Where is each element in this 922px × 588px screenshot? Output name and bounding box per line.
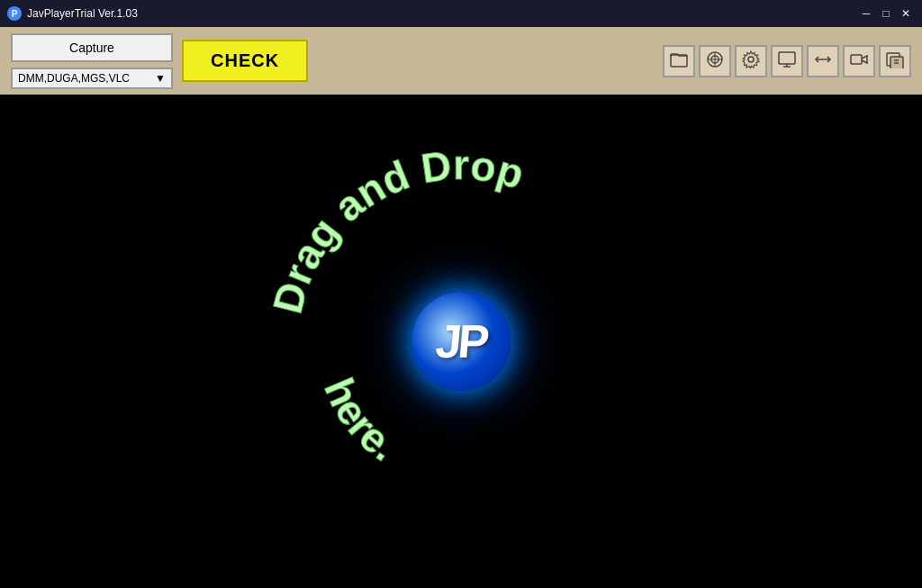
folder-icon <box>670 50 688 72</box>
monitor-button[interactable] <box>771 45 803 77</box>
svg-rect-0 <box>671 55 687 67</box>
svg-point-5 <box>748 57 754 62</box>
gear-icon <box>742 50 760 72</box>
arrows-icon <box>814 50 832 72</box>
svg-rect-10 <box>851 55 862 64</box>
close-button[interactable]: ✕ <box>897 5 915 23</box>
drag-drop-zone[interactable]: Drag and Drop here. JP <box>245 125 677 557</box>
svg-rect-6 <box>779 52 795 64</box>
gamepad-button[interactable] <box>699 45 731 77</box>
arrows-button[interactable] <box>807 45 839 77</box>
title-bar: P JavPlayerTrial Ver.1.03 ─ □ ✕ <box>0 0 922 27</box>
maximize-button[interactable]: □ <box>877 5 895 23</box>
svg-text:here.: here. <box>315 371 405 470</box>
title-controls: ─ □ ✕ <box>857 5 915 23</box>
video-camera-icon <box>850 50 868 72</box>
video-button[interactable] <box>843 45 875 77</box>
center-logo: JP <box>411 292 511 391</box>
app-title: JavPlayerTrial Ver.1.03 <box>27 7 138 20</box>
check-button[interactable]: CHECK <box>182 40 308 82</box>
folder-button[interactable] <box>663 45 695 77</box>
gamepad-icon <box>706 50 724 72</box>
toolbar: Capture DMM,DUGA,MGS,VLC ▼ CHECK <box>0 27 922 95</box>
monitor-icon <box>778 50 796 72</box>
main-content-area[interactable]: Drag and Drop here. JP <box>0 95 922 588</box>
export-icon <box>886 50 904 72</box>
title-bar-left: P JavPlayerTrial Ver.1.03 <box>7 6 138 21</box>
dropdown-value: DMM,DUGA,MGS,VLC <box>18 72 130 85</box>
capture-button[interactable]: Capture <box>11 33 173 62</box>
logo-text: JP <box>434 314 489 368</box>
settings-button[interactable] <box>735 45 767 77</box>
source-dropdown[interactable]: DMM,DUGA,MGS,VLC ▼ <box>11 68 173 89</box>
minimize-button[interactable]: ─ <box>857 5 875 23</box>
export-button[interactable] <box>879 45 911 77</box>
toolbar-left: Capture DMM,DUGA,MGS,VLC ▼ <box>11 33 173 89</box>
app-icon: P <box>7 6 22 21</box>
chevron-down-icon: ▼ <box>155 72 166 85</box>
toolbar-icons <box>663 45 911 77</box>
